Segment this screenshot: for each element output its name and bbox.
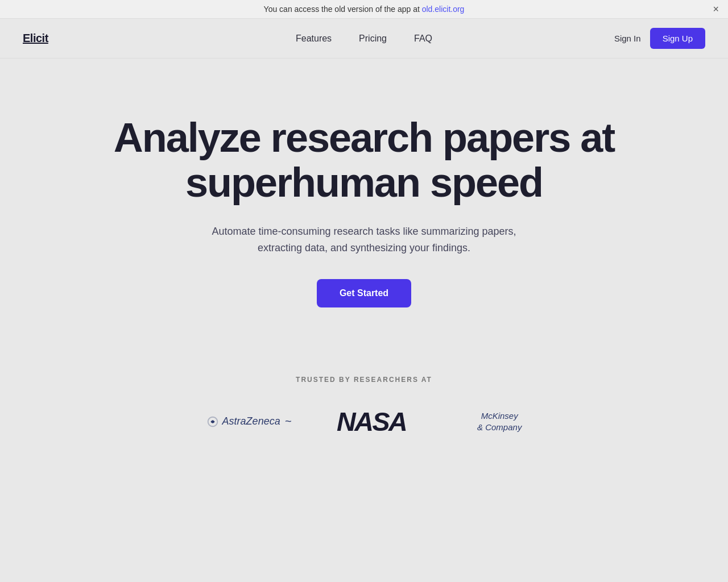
navbar-center-links: Features Pricing FAQ [296,34,432,44]
nav-link-faq[interactable]: FAQ [414,34,432,44]
navbar: Elicit Features Pricing FAQ Sign In Sign… [0,19,728,59]
nav-link-features[interactable]: Features [296,34,332,44]
mckinsey-text-line1: McKinsey [481,410,518,422]
logo-astrazeneca: AstraZeneca ~ [206,415,292,428]
banner-message: You can access the old version of the ap… [264,5,465,14]
banner-link[interactable]: old.elicit.org [422,5,465,14]
astrazeneca-icon [206,415,219,428]
top-banner: You can access the old version of the ap… [0,0,728,19]
trusted-section: TRUSTED BY RESEARCHERS AT AstraZeneca ~ … [0,342,728,460]
navbar-logo[interactable]: Elicit [23,32,48,45]
hero-subtitle: Automate time-consuming research tasks l… [205,223,523,256]
signup-button[interactable]: Sign Up [650,28,705,49]
hero-section: Analyze research papers at superhuman sp… [0,59,728,342]
get-started-button[interactable]: Get Started [317,279,411,307]
navbar-right: Sign In Sign Up [614,28,705,49]
banner-close-button[interactable]: × [713,4,719,14]
nasa-icon: NASA [337,406,432,435]
nav-link-pricing[interactable]: Pricing [359,34,387,44]
signin-button[interactable]: Sign In [614,34,641,43]
svg-text:NASA: NASA [337,407,406,435]
hero-title: Analyze research papers at superhuman sp… [108,115,620,205]
logo-mckinsey: McKinsey & Company [477,410,522,433]
trusted-logos: AstraZeneca ~ NASA McKinsey & Company [206,406,522,437]
trusted-label: TRUSTED BY RESEARCHERS AT [296,376,432,384]
mckinsey-text-line2: & Company [477,422,522,433]
astrazeneca-text: AstraZeneca [222,415,280,427]
logo-nasa: NASA [337,406,432,437]
astrazeneca-tail-icon: ~ [285,415,292,428]
